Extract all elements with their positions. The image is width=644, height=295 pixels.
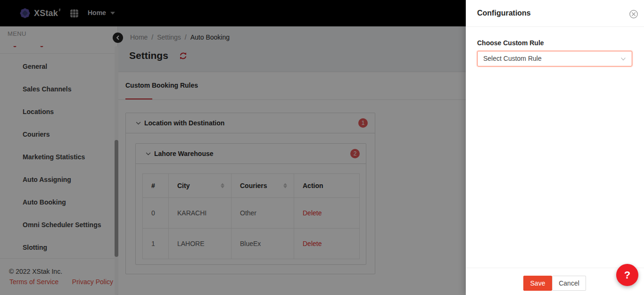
cancel-button[interactable]: Cancel [552,276,586,291]
help-button[interactable]: ? [616,264,638,286]
chevron-down-icon [620,56,626,62]
save-button[interactable]: Save [523,276,552,291]
custom-rule-select[interactable]: Select Custom Rule [477,51,632,66]
select-placeholder: Select Custom Rule [483,55,542,62]
app-root: XStak Home MENU General Sales Channels L… [0,0,644,295]
drawer-footer: Save Cancel ? [466,268,644,295]
choose-custom-rule-label: Choose Custom Rule [477,39,544,47]
configurations-drawer: Configurations Choose Custom Rule Select… [466,0,644,295]
drawer-header: Configurations [466,0,644,27]
close-icon[interactable] [629,9,638,19]
drawer-title: Configurations [477,9,531,17]
